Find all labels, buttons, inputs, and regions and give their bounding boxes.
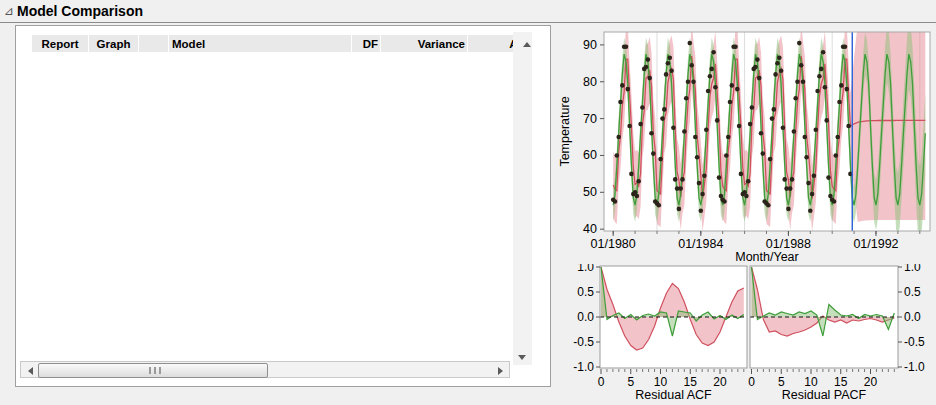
observed-point xyxy=(835,135,840,140)
x-tick-label: 0 xyxy=(748,375,755,389)
observed-point xyxy=(845,87,850,92)
observed-point xyxy=(666,61,671,66)
observed-point xyxy=(664,72,669,77)
arrow-up-icon xyxy=(523,42,531,47)
panel-title: Model Comparison xyxy=(17,3,143,19)
observed-point xyxy=(793,96,798,101)
y-tick-label: 90 xyxy=(583,38,597,52)
observed-point xyxy=(759,131,764,136)
y-tick-label: -0.5 xyxy=(573,335,594,349)
observed-point xyxy=(824,118,829,123)
scroll-down-button[interactable] xyxy=(518,355,526,360)
observed-point xyxy=(616,135,621,140)
observed-point xyxy=(788,186,793,191)
observed-point xyxy=(770,116,775,121)
observed-point xyxy=(744,194,749,199)
residual-pacf-plot-title: Residual PACF xyxy=(782,388,867,402)
header-swatch-col xyxy=(139,35,169,52)
observed-point xyxy=(699,208,704,213)
observed-point xyxy=(691,80,696,85)
header-model: Model xyxy=(169,35,352,52)
observed-point xyxy=(629,172,634,177)
observed-point xyxy=(726,135,731,140)
disclosure-triangle-icon[interactable]: ⊿ xyxy=(2,4,16,18)
y-tick-label: 1.0 xyxy=(904,264,921,274)
y-tick-label: 70 xyxy=(583,112,597,126)
observed-point xyxy=(792,129,797,134)
observed-point xyxy=(704,127,709,132)
observed-point xyxy=(709,67,714,72)
time-series-forecast-plot: 40506070809001/198001/198401/198801/1992… xyxy=(556,24,936,264)
observed-point xyxy=(826,175,831,180)
header-df: DF xyxy=(352,35,381,52)
observed-point xyxy=(777,56,782,61)
observed-point xyxy=(615,153,620,158)
y-tick-label: -1.0 xyxy=(904,360,925,374)
observed-point xyxy=(677,207,682,212)
observed-point xyxy=(739,172,744,177)
observed-point xyxy=(773,72,778,77)
observed-point xyxy=(819,67,824,72)
model-comparison-panel: ⊿ Model Comparison Report Graph Model DF… xyxy=(0,0,936,405)
observed-point xyxy=(671,126,676,131)
observed-point xyxy=(689,63,694,68)
observed-point xyxy=(834,153,839,158)
observed-point xyxy=(678,186,683,191)
observed-point xyxy=(635,194,640,199)
observed-point xyxy=(658,157,663,162)
observed-point xyxy=(715,118,720,123)
observed-point xyxy=(806,181,811,186)
observed-point xyxy=(733,44,738,49)
arrow-down-icon xyxy=(518,355,526,360)
observed-point xyxy=(669,68,674,73)
observed-point xyxy=(750,105,755,110)
observed-point xyxy=(810,192,815,197)
observed-point xyxy=(644,65,649,70)
observed-point xyxy=(803,135,808,140)
observed-point xyxy=(688,41,693,46)
y-tick-label: 80 xyxy=(583,75,597,89)
observed-point xyxy=(755,57,760,62)
observed-point xyxy=(702,173,707,178)
observed-point xyxy=(772,107,777,112)
observed-point xyxy=(695,155,700,160)
observed-point xyxy=(737,124,742,129)
observed-point xyxy=(624,44,629,49)
observed-point xyxy=(790,177,795,182)
observed-point xyxy=(843,44,848,49)
residual-acf-pacf-plots: 051015201.00.50.0-0.5-1.0Residual ACF051… xyxy=(556,264,936,405)
observed-point xyxy=(717,175,722,180)
scroll-right-button[interactable] xyxy=(493,364,507,377)
observed-point xyxy=(753,65,758,70)
observed-point xyxy=(684,96,689,101)
observed-point xyxy=(837,100,842,105)
observed-point xyxy=(799,63,804,68)
x-axis-title: Month/Year xyxy=(735,250,798,264)
observed-point xyxy=(651,151,656,156)
arrow-right-icon xyxy=(498,367,503,375)
model-table: Report Graph Model DF Variance AIC xyxy=(15,25,551,387)
observed-point xyxy=(808,208,813,213)
horizontal-scrollbar[interactable] xyxy=(20,361,510,378)
observed-point xyxy=(781,126,786,131)
observed-point xyxy=(662,107,667,112)
scroll-left-button[interactable] xyxy=(23,364,37,377)
observed-point xyxy=(801,80,806,85)
observed-point xyxy=(627,124,632,129)
observed-point xyxy=(728,100,733,105)
y-tick-label: 0.5 xyxy=(904,285,921,299)
x-tick-label: 15 xyxy=(834,375,848,389)
observed-point xyxy=(700,192,705,197)
x-tick-label: 01/1984 xyxy=(678,237,723,251)
observed-point xyxy=(757,76,762,81)
scrollbar-thumb[interactable] xyxy=(38,363,268,378)
observed-point xyxy=(832,199,837,204)
observed-point xyxy=(795,80,800,85)
x-tick-label: 10 xyxy=(804,375,818,389)
observed-point xyxy=(649,131,654,136)
observed-point xyxy=(722,199,727,204)
observed-point xyxy=(814,127,819,132)
observed-point xyxy=(730,83,735,88)
vertical-scrollbar[interactable] xyxy=(513,32,532,365)
arrow-left-icon xyxy=(28,367,33,375)
